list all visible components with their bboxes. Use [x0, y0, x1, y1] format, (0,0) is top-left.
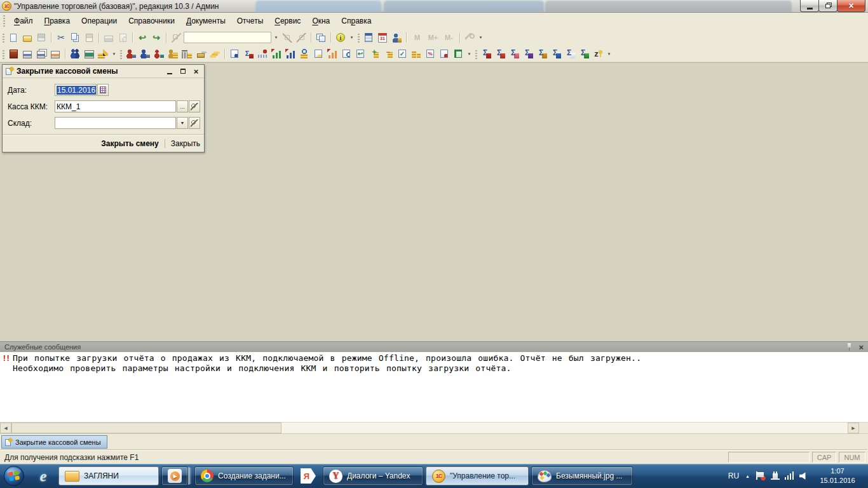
open-document-icon[interactable]: [20, 31, 34, 44]
coins-stack-icon[interactable]: [409, 48, 423, 60]
dialog-minimize-button[interactable]: [165, 67, 173, 76]
chart-blue-icon[interactable]: [283, 48, 297, 60]
chart-orange-icon[interactable]: [325, 48, 339, 60]
menu-reports[interactable]: Отчеты: [231, 14, 269, 28]
cash-register-display-icon[interactable]: [82, 48, 96, 60]
scrollbar-thumb[interactable]: [11, 423, 281, 433]
new-document-icon[interactable]: [6, 31, 20, 44]
language-indicator[interactable]: RU: [728, 471, 739, 480]
reports-toolbar-grip[interactable]: [473, 48, 479, 60]
information-icon[interactable]: i: [334, 31, 348, 44]
cash-expense-icon[interactable]: [194, 48, 208, 60]
taskbar-internet-explorer[interactable]: e: [31, 466, 56, 485]
copy-icon[interactable]: [68, 31, 82, 44]
memory-plus-button[interactable]: M+: [425, 31, 441, 44]
taskbar-1c-enterprise[interactable]: 1С "Управление тор...: [426, 466, 529, 485]
menu-windows[interactable]: Окна: [306, 14, 336, 28]
incoming-payment-icon[interactable]: [166, 48, 180, 60]
date-calendar-button[interactable]: [97, 84, 109, 96]
goods-return-icon[interactable]: ↩: [353, 48, 367, 60]
taskbar-folder-zaglyani[interactable]: ЗАГЛЯНИ: [58, 466, 159, 485]
document-turnover-icon[interactable]: [339, 48, 353, 60]
network-signal-icon[interactable]: [785, 471, 794, 480]
cut-icon[interactable]: ✂: [54, 31, 68, 44]
menu-edit[interactable]: Правка: [39, 14, 76, 28]
close-shift-button[interactable]: Закрыть смену: [101, 139, 159, 148]
pin-icon[interactable]: [846, 343, 852, 351]
cash-register-slip-icon[interactable]: [48, 48, 62, 60]
start-button[interactable]: [3, 464, 25, 487]
window-tab-close-shift[interactable]: ◆ Закрытие кассовой смены: [1, 435, 107, 449]
report-document-list-icon[interactable]: Σ: [563, 48, 577, 60]
volume-icon[interactable]: [799, 472, 808, 480]
sklad-field[interactable]: [55, 117, 176, 129]
find-next-icon[interactable]: [294, 31, 308, 44]
service-settings-icon[interactable]: [463, 31, 477, 44]
taskbar-paint[interactable]: Безымянный.jpg ...: [531, 466, 633, 485]
window-title-bar[interactable]: 1С "Управление торговлей (базовая)", ред…: [0, 0, 868, 13]
sklad-input[interactable]: [57, 119, 174, 128]
z-report-key-icon[interactable]: z: [591, 48, 605, 60]
taskbar-yandex-dialogs[interactable]: Y Диалоги – Yandex: [323, 466, 423, 485]
sales-analysis-icon[interactable]: Σ: [241, 48, 255, 60]
documents-toolbar-grip[interactable]: [118, 48, 124, 60]
search-dropdown-arrow[interactable]: ▼: [272, 31, 280, 44]
customer-invoice-icon[interactable]: [138, 48, 152, 60]
kkm-field[interactable]: [55, 100, 176, 112]
coins-income-icon[interactable]: +: [367, 48, 381, 60]
action-center-flag-icon[interactable]: [756, 471, 766, 480]
menu-operations[interactable]: Операции: [76, 14, 123, 28]
support-toolbar-grip[interactable]: [356, 31, 362, 44]
power-plug-icon[interactable]: [771, 471, 780, 480]
bank-payment-icon[interactable]: [180, 48, 194, 60]
money-documents-arrow[interactable]: ▼: [110, 48, 118, 60]
reports-more-arrow[interactable]: ▼: [605, 48, 613, 60]
kkm-open-button[interactable]: [189, 100, 200, 112]
print-icon[interactable]: [102, 31, 116, 44]
restore-button[interactable]: [818, 0, 837, 12]
standard-toolbar-grip[interactable]: [1, 31, 6, 44]
taskbar-clock[interactable]: 1:07 15.01.2016: [815, 466, 860, 485]
report-check-icon[interactable]: Σ: [577, 48, 591, 60]
calculator-icon[interactable]: [362, 31, 376, 44]
dialog-close-button[interactable]: ×: [192, 67, 200, 76]
redo-icon[interactable]: ↪: [149, 31, 163, 44]
service-messages-header[interactable]: Служебные сообщения ×: [0, 341, 868, 352]
money-documents-icon[interactable]: [96, 48, 110, 60]
date-field[interactable]: 15.01.2016: [55, 84, 97, 96]
taskbar-media-player[interactable]: ▶: [161, 466, 188, 485]
messages-close-icon[interactable]: ×: [858, 343, 864, 351]
calendar-icon[interactable]: 31: [376, 31, 390, 44]
user-permissions-icon[interactable]: [390, 31, 403, 44]
menu-help[interactable]: Справка: [336, 14, 377, 28]
document-approve-icon[interactable]: ✓: [395, 48, 409, 60]
report-flag-gold-icon[interactable]: Σ: [535, 48, 549, 60]
coins-expense-icon[interactable]: −: [381, 48, 395, 60]
document-person-icon[interactable]: [437, 48, 451, 60]
report-document-icon[interactable]: [227, 48, 241, 60]
paste-icon[interactable]: [82, 31, 96, 44]
sklad-open-button[interactable]: [189, 117, 200, 129]
menu-catalogs[interactable]: Справочники: [123, 14, 180, 28]
retail-sales-icon[interactable]: [255, 48, 269, 60]
minimize-button[interactable]: [800, 0, 819, 12]
menu-service[interactable]: Сервис: [269, 14, 306, 28]
print-preview-icon[interactable]: [116, 31, 130, 44]
kkm-select-button[interactable]: ...: [177, 100, 188, 112]
menu-documents[interactable]: Документы: [180, 14, 231, 28]
menu-drag-handle[interactable]: [3, 15, 6, 27]
trade-toolbar-grip[interactable]: [1, 48, 6, 60]
cash-register-report-icon[interactable]: [20, 48, 34, 60]
toolbar-options-arrow[interactable]: ▼: [477, 31, 485, 44]
service-messages-body[interactable]: !!При попытке загрузки отчёта о продажах…: [0, 352, 868, 422]
close-dialog-button[interactable]: Закрыть: [171, 139, 200, 148]
report-purchases-icon[interactable]: Σ: [493, 48, 507, 60]
coins-icon[interactable]: [208, 48, 222, 60]
document-percent-icon[interactable]: %: [423, 48, 437, 60]
scroll-left-button[interactable]: ◀: [0, 423, 11, 433]
scroll-right-button[interactable]: ▶: [848, 423, 859, 433]
memory-minus-button[interactable]: M-: [441, 31, 457, 44]
chart-green-icon[interactable]: [269, 48, 283, 60]
information-dropdown-arrow[interactable]: ▼: [348, 31, 356, 44]
taskbar-chrome[interactable]: Создание задани...: [194, 466, 294, 485]
